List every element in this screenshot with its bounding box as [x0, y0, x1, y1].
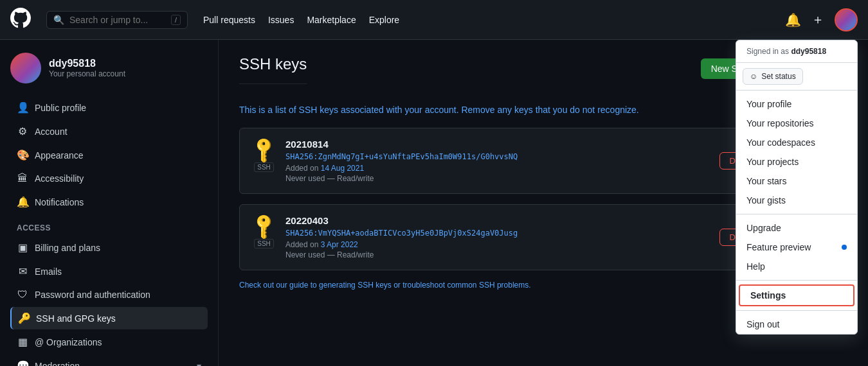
notifications-bell-icon[interactable]: 🔔: [785, 12, 801, 28]
sidebar-label-password: Password and authentication: [35, 290, 150, 300]
key-meta-added-2: Added on 3 Apr 2022: [285, 240, 518, 249]
access-section-title: Access: [17, 223, 208, 232]
key-access-2: Never used — Read/write: [285, 250, 518, 259]
topnav-right: 🔔 ＋: [785, 8, 858, 31]
divider-4: [736, 310, 857, 311]
palette-icon: 🎨: [17, 149, 28, 161]
sidebar-label-notifications: Notifications: [35, 197, 84, 207]
ssh-key-left-1: 🔑 SSH 20210814 SHA256:ZgnMdNg7gI+u4sYuNf…: [253, 139, 518, 183]
sidebar-label-billing: Billing and plans: [35, 243, 100, 253]
user-avatar[interactable]: [835, 8, 858, 31]
person-icon: 👤: [17, 101, 28, 114]
sidebar-item-moderation[interactable]: 💬 Moderation ▾: [10, 354, 208, 366]
sidebar-item-billing[interactable]: ▣ Billing and plans: [10, 236, 208, 259]
ssh-key-header-2: 🔑 SSH 20220403 SHA256:VmYQSHA+aodaBTICVc…: [240, 205, 776, 270]
dropdown-item-your-projects[interactable]: Your projects: [736, 152, 857, 171]
footer-text: Check out our guide to generating SSH ke…: [239, 281, 777, 290]
github-logo-icon[interactable]: [10, 8, 31, 32]
dropdown-item-sign-out[interactable]: Sign out: [736, 315, 857, 334]
dropdown-item-your-codespaces[interactable]: Your codespaces: [736, 133, 857, 152]
accessibility-icon: 🏛: [17, 173, 28, 184]
generating-ssh-keys-link[interactable]: generating SSH keys: [319, 281, 392, 290]
search-icon: 🔍: [53, 15, 64, 25]
dropdown-item-settings[interactable]: Settings: [739, 284, 854, 306]
sidebar-avatar: [10, 53, 41, 83]
dropdown-item-your-gists[interactable]: Your gists: [736, 191, 857, 210]
pull-requests-link[interactable]: Pull requests: [203, 15, 255, 25]
sidebar-label-account: Account: [35, 126, 68, 137]
sidebar-item-notifications[interactable]: 🔔 Notifications: [10, 191, 208, 213]
key-details-1: 20210814 SHA256:ZgnMdNg7gI+u4sYuNftaPEv5…: [285, 139, 518, 183]
gear-icon: ⚙: [17, 125, 28, 137]
moderation-icon: 💬: [17, 360, 28, 366]
smiley-icon: ☺: [750, 72, 757, 81]
info-text: This is a list of SSH keys associated wi…: [239, 105, 777, 115]
topnav-links: Pull requests Issues Marketplace Explore: [203, 15, 399, 25]
key-name-1: 20210814: [285, 139, 518, 150]
page-header-row: SSH keys New SSH key: [239, 55, 777, 94]
dropdown-username: ddy95818: [791, 47, 826, 56]
ssh-key-header-1: 🔑 SSH 20210814 SHA256:ZgnMdNg7gI+u4sYuNf…: [240, 128, 776, 193]
sidebar-label-organizations: @ Organizations: [35, 337, 102, 347]
divider-1: [736, 90, 857, 91]
slash-badge: /: [171, 15, 181, 25]
key-access-1: Never used — Read/write: [285, 174, 518, 183]
dropdown-signed-in: Signed in as ddy95818: [736, 40, 857, 63]
key-name-2: 20220403: [285, 215, 518, 226]
dropdown-menu: Signed in as ddy95818 ☺ Set status Your …: [736, 40, 858, 335]
common-ssh-problems-link[interactable]: common SSH problems: [448, 281, 529, 290]
sidebar-user: ddy95818 Your personal account: [10, 53, 208, 83]
sidebar-item-accessibility[interactable]: 🏛 Accessibility: [10, 168, 208, 189]
billing-icon: ▣: [17, 241, 28, 254]
org-icon: ▦: [17, 336, 28, 348]
sidebar-label-ssh: SSH and GPG keys: [36, 313, 116, 324]
dropdown-item-your-repositories[interactable]: Your repositories: [736, 114, 857, 133]
dropdown-item-upgrade[interactable]: Upgrade: [736, 218, 857, 238]
search-input[interactable]: [69, 15, 166, 25]
dropdown-item-feature-preview[interactable]: Feature preview: [736, 238, 857, 257]
page-title: SSH keys: [239, 55, 307, 84]
marketplace-link[interactable]: Marketplace: [307, 15, 356, 25]
key-icon-container-1: 🔑 SSH: [253, 139, 275, 172]
key-sha-1: SHA256:ZgnMdNg7gI+u4sYuNftaPEv5haIm0W911…: [285, 152, 518, 161]
ssh-key-card-1: 🔑 SSH 20210814 SHA256:ZgnMdNg7gI+u4sYuNf…: [239, 128, 777, 194]
sidebar-label-appearance: Appearance: [35, 150, 84, 161]
search-box[interactable]: 🔍 /: [46, 11, 188, 29]
email-icon: ✉: [17, 265, 28, 277]
sidebar-label-public-profile: Public profile: [35, 103, 86, 113]
issues-link[interactable]: Issues: [268, 15, 294, 25]
main-content: SSH keys New SSH key This is a list of S…: [219, 40, 797, 366]
topnav: 🔍 / Pull requests Issues Marketplace Exp…: [0, 0, 868, 40]
ssh-key-card-2: 🔑 SSH 20220403 SHA256:VmYQSHA+aodaBTICVc…: [239, 204, 777, 270]
dropdown-item-help[interactable]: Help: [736, 257, 857, 276]
ssh-key-left-2: 🔑 SSH 20220403 SHA256:VmYQSHA+aodaBTICVc…: [253, 215, 518, 259]
key-sha-2: SHA256:VmYQSHA+aodaBTICVco3yH5e0JBpVj0xS…: [285, 229, 518, 238]
feature-preview-dot: [842, 245, 847, 250]
sidebar-label-emails: Emails: [35, 266, 62, 277]
shield-icon: 🛡: [17, 289, 28, 301]
key-icon-container-2: 🔑 SSH: [253, 215, 275, 248]
key-graphic-icon-2: 🔑: [248, 210, 279, 241]
plus-icon[interactable]: ＋: [811, 11, 824, 28]
sidebar-item-public-profile[interactable]: 👤 Public profile: [10, 96, 208, 119]
sidebar-item-ssh-gpg[interactable]: 🔑 SSH and GPG keys: [10, 307, 208, 329]
divider-3: [736, 280, 857, 281]
explore-link[interactable]: Explore: [369, 15, 399, 25]
sidebar-label-moderation: Moderation: [35, 361, 80, 367]
sidebar-item-emails[interactable]: ✉ Emails: [10, 260, 208, 283]
sidebar-item-organizations[interactable]: ▦ @ Organizations: [10, 331, 208, 353]
sidebar: ddy95818 Your personal account 👤 Public …: [0, 40, 219, 366]
key-meta-added-1: Added on 14 Aug 2021: [285, 164, 518, 173]
sidebar-subtitle: Your personal account: [49, 69, 125, 78]
dropdown-item-your-profile[interactable]: Your profile: [736, 94, 857, 114]
key-details-2: 20220403 SHA256:VmYQSHA+aodaBTICVco3yH5e…: [285, 215, 518, 259]
sidebar-username: ddy95818: [49, 58, 125, 69]
dropdown-item-your-stars[interactable]: Your stars: [736, 171, 857, 191]
sidebar-item-appearance[interactable]: 🎨 Appearance: [10, 144, 208, 166]
sidebar-label-accessibility: Accessibility: [35, 173, 84, 184]
sidebar-item-password-auth[interactable]: 🛡 Password and authentication: [10, 284, 208, 306]
bell-icon: 🔔: [17, 196, 28, 208]
set-status-button[interactable]: ☺ Set status: [743, 68, 803, 85]
divider-2: [736, 214, 857, 214]
sidebar-item-account[interactable]: ⚙ Account: [10, 120, 208, 143]
